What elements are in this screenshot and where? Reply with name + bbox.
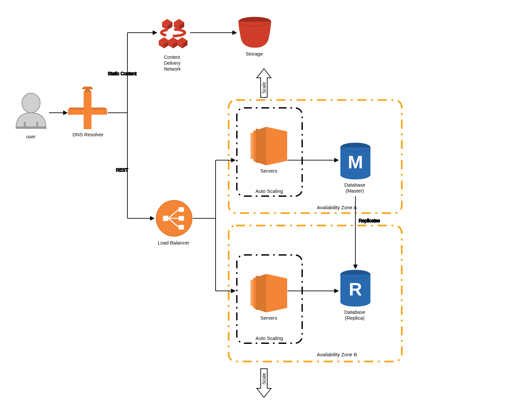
user-icon: user <box>16 93 46 139</box>
dns-resolver-icon: DNS Resolver <box>68 87 107 137</box>
db-master-letter: M <box>348 152 363 172</box>
architecture-diagram: Availability Zone A Availability Zone B … <box>0 0 506 420</box>
scale-down-label: Scale <box>261 373 267 384</box>
svg-rect-44 <box>256 129 258 163</box>
svg-rect-7 <box>36 122 38 128</box>
svg-rect-33 <box>163 216 168 221</box>
database-replica-icon: R Database (Replica) <box>340 270 370 321</box>
edge-replicates-label: Replicates <box>359 218 380 223</box>
svg-rect-47 <box>251 280 253 306</box>
servers-b-label: Servers <box>260 315 277 321</box>
db-replica-letter: R <box>349 279 362 299</box>
asg-b-label: Auto Scaling <box>255 335 283 341</box>
cdn-label-l2: Delivery <box>164 60 181 66</box>
storage-label: Storage <box>246 51 263 57</box>
asg-a-label: Auto Scaling <box>255 188 283 194</box>
dns-label: DNS Resolver <box>73 132 104 137</box>
database-master-icon: M Database (Master) <box>340 143 370 193</box>
svg-marker-11 <box>84 89 91 92</box>
scale-up-label: Scale <box>261 82 267 93</box>
svg-rect-36 <box>179 225 184 229</box>
svg-rect-34 <box>179 207 184 212</box>
scale-arrow-up: Scale <box>257 69 271 97</box>
svg-rect-35 <box>179 216 184 221</box>
db-replica-label-l2: (Replica) <box>345 315 365 321</box>
servers-a-label: Servers <box>260 168 277 174</box>
svg-point-4 <box>22 93 40 113</box>
edge-static-label: Static Content <box>108 71 137 76</box>
svg-rect-48 <box>253 278 256 308</box>
svg-rect-42 <box>251 133 253 159</box>
load-balancer-icon: Load Balancer <box>156 200 192 245</box>
az-b-label: Availability Zone B <box>317 352 357 357</box>
svg-marker-10 <box>84 92 91 129</box>
svg-rect-5 <box>16 126 46 128</box>
svg-marker-40 <box>266 127 287 165</box>
svg-rect-43 <box>253 131 256 161</box>
svg-marker-12 <box>82 87 93 89</box>
servers-a-icon: Servers <box>251 127 287 174</box>
lb-label: Load Balancer <box>158 240 189 245</box>
cdn-label-l3: Network <box>164 66 181 72</box>
svg-rect-49 <box>256 276 258 310</box>
cdn-label-l1: Content <box>164 55 180 60</box>
db-master-label-l2: (Master) <box>346 188 364 193</box>
db-master-label-l1: Database <box>344 182 365 188</box>
scale-arrow-down: Scale <box>257 369 271 397</box>
db-replica-label-l1: Database <box>344 309 365 315</box>
az-a-label: Availability Zone A <box>317 205 357 210</box>
edge-rest-label: REST <box>116 167 128 173</box>
storage-icon: Storage <box>238 17 271 57</box>
svg-marker-45 <box>266 274 287 312</box>
svg-point-19 <box>161 29 185 36</box>
edges: Static Content REST Replicates <box>49 33 380 291</box>
svg-rect-6 <box>24 122 26 128</box>
cdn-icon: Content Delivery Network <box>159 19 188 72</box>
user-label: user <box>26 134 36 139</box>
servers-b-icon: Servers <box>251 274 287 321</box>
